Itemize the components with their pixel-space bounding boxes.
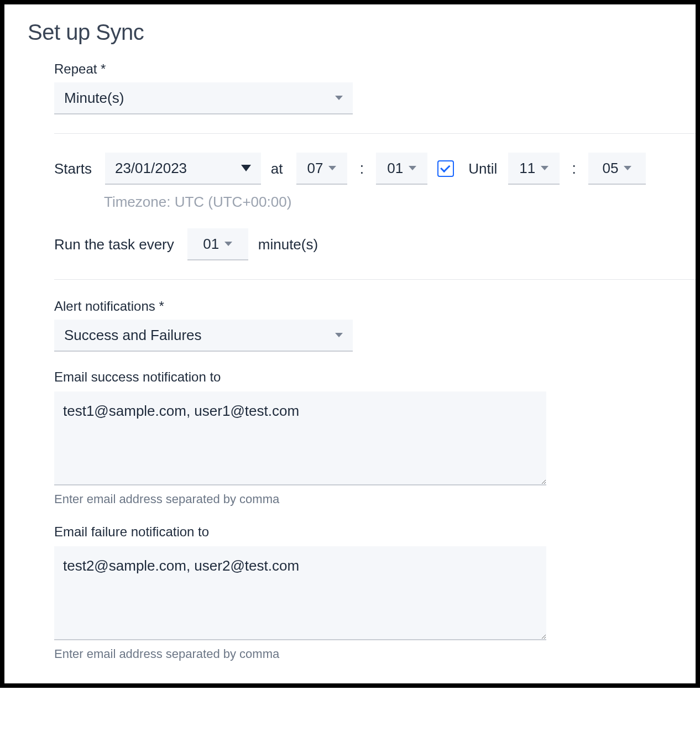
- start-minute-select[interactable]: 01: [376, 153, 427, 185]
- schedule-row: Starts 23/01/2023 at 07 : 01 Until 11: [54, 153, 646, 185]
- alerts-select-value: Success and Failures: [64, 327, 202, 344]
- divider: [54, 279, 696, 280]
- run-every-row: Run the task every 01 minute(s): [54, 228, 646, 260]
- chevron-down-icon: [335, 96, 343, 100]
- until-hour-select[interactable]: 11: [508, 153, 560, 185]
- start-hour-select[interactable]: 07: [296, 153, 348, 185]
- failure-email-label: Email failure notification to: [54, 524, 646, 540]
- repeat-section: Repeat * Minute(s): [4, 61, 696, 114]
- start-hour-value: 07: [307, 160, 323, 177]
- chevron-down-icon: [328, 166, 336, 170]
- time-colon: :: [570, 160, 578, 177]
- run-every-suffix: minute(s): [258, 236, 318, 253]
- sync-setup-panel: Set up Sync Repeat * Minute(s) Starts 23…: [0, 0, 700, 688]
- alerts-select[interactable]: Success and Failures: [54, 320, 353, 352]
- alerts-section: Alert notifications * Success and Failur…: [4, 299, 696, 661]
- run-every-select[interactable]: 01: [187, 228, 248, 260]
- starts-label: Starts: [54, 160, 92, 177]
- run-every-value: 01: [203, 236, 219, 253]
- chevron-down-icon: [335, 333, 343, 337]
- start-date-value: 23/01/2023: [115, 160, 187, 177]
- chevron-down-icon: [541, 166, 548, 170]
- until-minute-select[interactable]: 05: [588, 153, 646, 185]
- repeat-label: Repeat *: [54, 61, 646, 77]
- failure-email-input[interactable]: [54, 546, 546, 640]
- until-checkbox[interactable]: [437, 160, 454, 177]
- repeat-select-value: Minute(s): [64, 90, 124, 107]
- checkmark-icon: [440, 163, 450, 173]
- success-email-input[interactable]: [54, 391, 546, 485]
- repeat-select[interactable]: Minute(s): [54, 82, 353, 114]
- time-colon: :: [357, 160, 366, 177]
- start-date-select[interactable]: 23/01/2023: [105, 153, 261, 185]
- until-hour-value: 11: [519, 160, 535, 177]
- schedule-section: Starts 23/01/2023 at 07 : 01 Until 11: [4, 153, 696, 260]
- page-title: Set up Sync: [28, 20, 696, 45]
- run-every-prefix: Run the task every: [54, 236, 174, 253]
- success-email-helper: Enter email address separated by comma: [54, 492, 646, 506]
- success-email-label: Email success notification to: [54, 369, 646, 385]
- chevron-down-icon: [624, 166, 631, 170]
- at-label: at: [271, 160, 283, 177]
- until-minute-value: 05: [603, 160, 619, 177]
- chevron-down-icon: [409, 166, 416, 170]
- start-minute-value: 01: [387, 160, 403, 177]
- chevron-down-icon: [224, 242, 232, 246]
- alerts-label: Alert notifications *: [54, 299, 646, 314]
- until-label: Until: [468, 160, 497, 177]
- divider: [54, 133, 696, 134]
- timezone-text: Timezone: UTC (UTC+00:00): [104, 194, 646, 211]
- failure-email-helper: Enter email address separated by comma: [54, 647, 646, 661]
- chevron-down-icon: [241, 165, 251, 171]
